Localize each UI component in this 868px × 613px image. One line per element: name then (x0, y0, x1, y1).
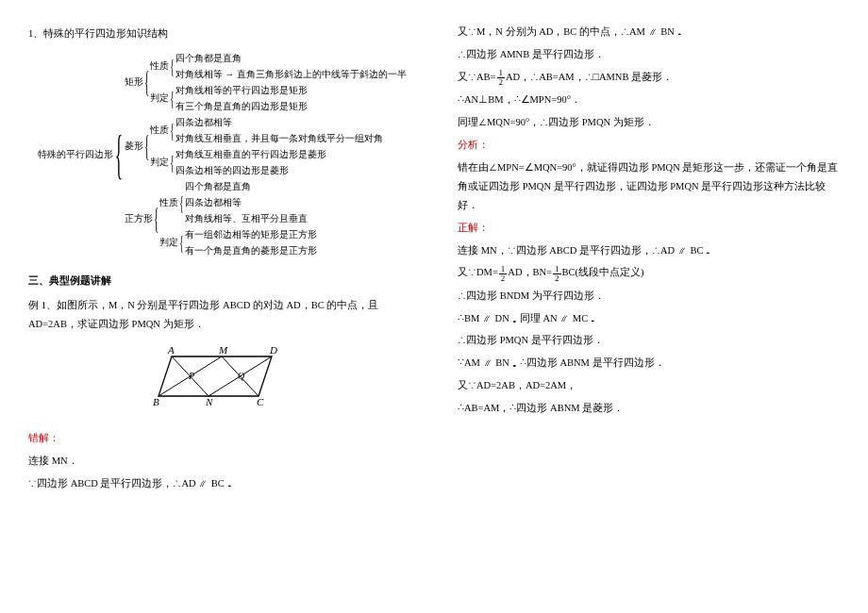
svg-text:Q: Q (238, 371, 245, 381)
tree-rhom: 菱形 (125, 139, 143, 154)
leaf: 有一组邻边相等的矩形是正方形 (185, 227, 317, 242)
tree-root: 特殊的平行四边形 (38, 147, 113, 162)
leaf: 有三个角是直角的四边形是矩形 (175, 99, 308, 114)
step: 连接 MN，∵四边形 ABCD 是平行四边形，∴AD ⫽ BC． (458, 241, 840, 260)
step: 又∵AB=12AD，∴AB=AM，∴□AMNB 是菱形． (458, 68, 840, 87)
leaf: 对角线互相垂直，并且每一条对角线平分一组对角 (175, 131, 383, 146)
leaf: 对角线互相垂直的平行四边形是菱形 (175, 147, 326, 162)
err-step: 连接 MN． (28, 452, 410, 471)
analysis-text: 错在由∠MPN=∠MQN=90°，就证得四边形 PMQN 是矩形这一步，还需证一… (458, 158, 840, 215)
step: ∴AB=AM，∴四边形 ABNM 是菱形． (458, 399, 840, 418)
step: 又∵M，N 分别为 AD，BC 的中点，∴AM ⫽ BN． (458, 23, 840, 41)
err-step: ∵四边形 ABCD 是平行四边形，∴AD ⫽ BC． (28, 474, 410, 493)
leaf: 四条边都相等 (175, 115, 383, 130)
svg-text:B: B (153, 396, 159, 407)
judge-label: 判定 (150, 155, 169, 170)
leaf: 四个角都是直角 (185, 179, 308, 194)
step: ∴AN⊥BM，∴∠MPN=90°． (458, 91, 840, 109)
step: ∴四边形 BNDM 为平行四边形． (458, 287, 840, 306)
judge-label: 判定 (150, 91, 169, 106)
step: 同理∠MQN=90°，∴四边形 PMQN 为矩形． (458, 113, 840, 132)
step: 又∵AD=2AB，AD=2AM， (458, 376, 840, 395)
prop-label: 性质 (150, 123, 169, 138)
example-1: 例 1、如图所示，M，N 分别是平行四边形 ABCD 的对边 AD，BC 的中点… (28, 296, 410, 334)
step: ∴四边形 PMQN 是平行四边形． (458, 331, 840, 350)
svg-marker-0 (159, 356, 272, 396)
knowledge-tree: 特殊的平行四边形 { 矩形 { 性质{四个角都是直角对角线相等 → 直角三角形斜… (38, 51, 410, 258)
tree-rect: 矩形 (125, 75, 143, 90)
prop-label: 性质 (159, 195, 178, 210)
svg-text:A: A (167, 344, 175, 356)
left-column: 1、特殊的平行四边形知识结构 特殊的平行四边形 { 矩形 { 性质{四个角都是直… (28, 19, 410, 497)
section-3-title: 三、典型例题讲解 (28, 272, 410, 290)
svg-text:D: D (269, 344, 277, 356)
svg-text:C: C (257, 396, 264, 407)
section-1-title: 1、特殊的平行四边形知识结构 (28, 25, 410, 43)
tree-square: 正方形 (125, 211, 153, 226)
correct-solution-label: 正解： (458, 219, 840, 238)
judge-label: 判定 (159, 235, 178, 250)
step: 又∵DM=12AD，BN=12BC(线段中点定义) (458, 263, 840, 282)
leaf: 对角线相等 → 直角三角形斜边上的中线等于斜边的一半 (175, 67, 407, 82)
leaf: 四条边都相等 (185, 195, 308, 210)
geometry-diagram: A M D B N C P Q (28, 343, 410, 416)
wrong-solution-label: 错解： (28, 429, 410, 448)
svg-text:N: N (205, 396, 213, 407)
prop-label: 性质 (150, 58, 169, 74)
analysis-label: 分析： (458, 136, 840, 155)
leaf: 四条边相等的四边形是菱形 (175, 163, 326, 178)
leaf: 四个角都是直角 (175, 51, 407, 66)
step: ∵AM ⫽ BN，∴四边形 ABNM 是平行四边形． (458, 354, 840, 373)
leaf: 有一个角是直角的菱形是正方形 (185, 243, 317, 258)
svg-text:M: M (218, 344, 228, 356)
step: ∴BM ⫽ DN，同理 AN ⫽ MC． (458, 309, 840, 328)
right-column: 又∵M，N 分别为 AD，BC 的中点，∴AM ⫽ BN． ∴四边形 AMNB … (458, 19, 840, 497)
svg-text:P: P (188, 371, 194, 381)
leaf: 对角线相等、互相平分且垂直 (185, 211, 308, 226)
step: ∴四边形 AMNB 是平行四边形． (458, 45, 840, 64)
leaf: 对角线相等的平行四边形是矩形 (175, 83, 308, 98)
